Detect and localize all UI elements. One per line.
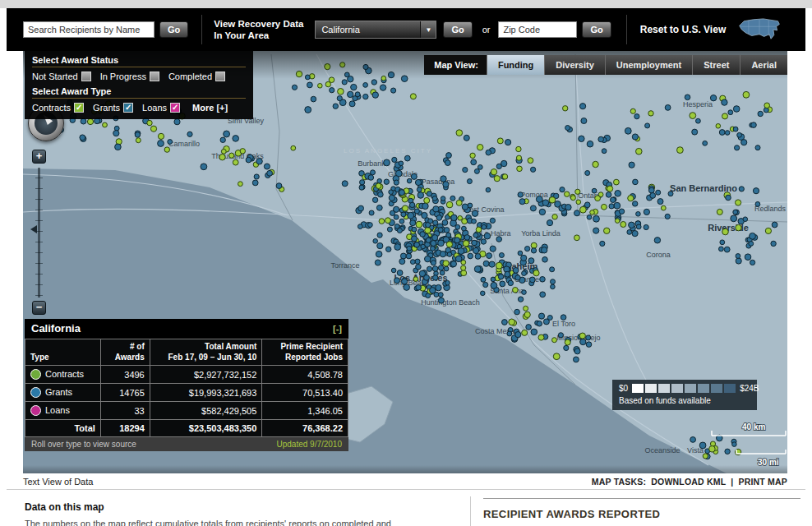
bottom-divider — [470, 496, 471, 526]
view-recovery-line2: In Your Area — [214, 30, 303, 41]
funding-legend: $0 $24B Based on funds available — [612, 380, 757, 410]
state-data-panel: California [-] Type # ofAwards Total Amo… — [25, 319, 348, 451]
col-awards: # ofAwards — [100, 339, 150, 366]
recipient-awards-heading: RECIPIENT AWARDS REPORTED — [483, 508, 800, 520]
table-row-contracts[interactable]: Contracts 3496 $2,927,732,152 4,508.78 — [25, 366, 348, 384]
tab-diversity[interactable]: Diversity — [544, 55, 604, 75]
svg-text:Huntington Beach: Huntington Beach — [421, 298, 480, 307]
zip-code-input[interactable] — [498, 21, 577, 38]
zoom-slider-handle[interactable] — [30, 225, 37, 233]
updated-date: Updated 9/7/2010 — [276, 440, 342, 449]
legend-min: $0 — [619, 384, 628, 393]
us-map-icon[interactable] — [737, 17, 782, 42]
or-label: or — [482, 25, 491, 35]
svg-text:LOS ANGELES CITY: LOS ANGELES CITY — [344, 147, 432, 155]
status-completed[interactable]: Completed — [168, 72, 225, 81]
type-grants[interactable]: Grants — [93, 103, 133, 113]
svg-text:Corona: Corona — [646, 251, 671, 259]
svg-text:Camarillo: Camarillo — [168, 140, 200, 148]
search-input[interactable] — [23, 21, 155, 38]
map-view-label: Map View: — [434, 60, 478, 70]
state-go-button[interactable]: Go — [443, 21, 472, 38]
scale-mi-label: 30 mi — [758, 458, 779, 467]
legend-swatches — [632, 384, 736, 393]
award-type-title: Select Award Type — [32, 86, 246, 99]
toolbar: Go View Recovery Data In Your Area Calif… — [7, 8, 805, 51]
award-status-title: Select Award Status — [32, 55, 246, 67]
map-region: Los AngelesAnaheimSan BernardinoRiversid… — [23, 51, 787, 473]
type-grants-checkbox[interactable] — [123, 103, 133, 113]
page: Go View Recovery Data In Your Area Calif… — [0, 0, 812, 526]
panel-footer: Roll over type to view source Updated 9/… — [25, 437, 348, 451]
text-view-link[interactable]: Text View of Data — [23, 477, 93, 487]
data-on-map-paragraph: The numbers on the map reflect cumulativ… — [25, 518, 452, 526]
view-recovery-line1: View Recovery Data — [214, 18, 303, 30]
toolbar-divider — [201, 15, 202, 44]
svg-text:Oceanside: Oceanside — [644, 446, 680, 454]
status-not-started[interactable]: Not Started — [32, 72, 91, 81]
contracts-icon — [30, 369, 41, 380]
chevron-down-icon[interactable] — [420, 21, 436, 38]
svg-text:Torrance: Torrance — [330, 261, 359, 270]
state-select[interactable]: California — [315, 21, 436, 39]
table-header-row: Type # ofAwards Total AmountFeb 17, 09 –… — [25, 339, 348, 366]
map-tasks-label: MAP TASKS: — [592, 477, 646, 487]
data-on-map-block: Data on this map The numbers on the map … — [25, 501, 452, 526]
print-map-link[interactable]: PRINT MAP — [738, 477, 787, 487]
zoom-in-button[interactable]: + — [32, 150, 46, 164]
download-kml-link[interactable]: DOWNLOAD KML — [651, 477, 726, 487]
type-contracts[interactable]: Contracts — [32, 103, 84, 113]
type-loans[interactable]: Loans — [142, 103, 180, 113]
status-in-progress[interactable]: In Progress — [100, 72, 159, 81]
scale-km-label: 40 km — [742, 422, 765, 431]
status-in-progress-label: In Progress — [100, 72, 146, 81]
tab-unemployment[interactable]: Unemployment — [605, 55, 692, 75]
col-amount: Total AmountFeb 17, 09 – Jun 30, 10 — [150, 339, 262, 366]
status-in-progress-checkbox[interactable] — [150, 72, 159, 81]
svg-text:San Bernardino: San Bernardino — [670, 183, 737, 193]
status-not-started-label: Not Started — [32, 72, 78, 81]
below-map-bar: Text View of Data MAP TASKS: DOWNLOAD KM… — [7, 473, 805, 490]
status-completed-checkbox[interactable] — [215, 72, 225, 81]
rollover-hint: Roll over type to view source — [31, 440, 136, 449]
top-strip — [0, 0, 812, 8]
svg-text:Hesperia: Hesperia — [683, 100, 713, 108]
status-not-started-checkbox[interactable] — [81, 72, 91, 81]
map-tasks: MAP TASKS: DOWNLOAD KML | PRINT MAP — [592, 477, 787, 487]
tab-aerial[interactable]: Aerial — [740, 55, 787, 75]
search-go-button[interactable]: Go — [159, 21, 188, 38]
table-row-total: Total 18294 $23,503,483,350 76,368.22 — [25, 420, 348, 437]
filter-panel: Select Award Status Not Started In Progr… — [25, 51, 253, 119]
svg-text:Yorba Linda: Yorba Linda — [521, 229, 561, 238]
data-on-map-heading: Data on this map — [25, 501, 452, 513]
table-row-grants[interactable]: Grants 14765 $19,993,321,693 70,513.40 — [25, 384, 348, 402]
svg-text:Pomona: Pomona — [520, 191, 548, 199]
svg-text:Burbank: Burbank — [358, 159, 385, 168]
zoom-slider-track[interactable] — [38, 168, 40, 298]
reset-us-view-link[interactable]: Reset to U.S. View — [640, 24, 726, 35]
col-type: Type — [25, 339, 101, 366]
type-loans-label: Loans — [142, 103, 167, 113]
zoom-out-button[interactable]: − — [32, 301, 46, 315]
legend-max: $24B — [740, 384, 759, 393]
view-recovery-label: View Recovery Data In Your Area — [214, 18, 303, 42]
state-select-value: California — [321, 25, 359, 35]
type-loans-checkbox[interactable] — [170, 103, 180, 113]
table-row-loans[interactable]: Loans 33 $582,429,505 1,346.05 — [25, 402, 348, 420]
tab-street[interactable]: Street — [692, 55, 740, 75]
svg-text:Pasadena: Pasadena — [422, 178, 455, 186]
toolbar-divider — [626, 15, 627, 44]
tab-funding[interactable]: Funding — [487, 55, 544, 75]
more-types-link[interactable]: More [+] — [192, 103, 228, 113]
status-completed-label: Completed — [168, 72, 212, 81]
map-view-tabs-bar: Map View: Funding Diversity Unemployment… — [424, 55, 787, 75]
col-jobs: Prime RecipientReported Jobs — [262, 339, 348, 366]
recipient-awards-panel: RECIPIENT AWARDS REPORTED — [483, 498, 800, 520]
awards-table: Type # ofAwards Total AmountFeb 17, 09 –… — [25, 339, 348, 437]
grants-icon — [30, 387, 41, 398]
loans-icon — [30, 405, 41, 416]
type-contracts-checkbox[interactable] — [74, 103, 84, 113]
panel-collapse-button[interactable]: [-] — [333, 319, 342, 339]
panel-title: California — [31, 319, 81, 339]
zip-go-button[interactable]: Go — [582, 21, 611, 38]
